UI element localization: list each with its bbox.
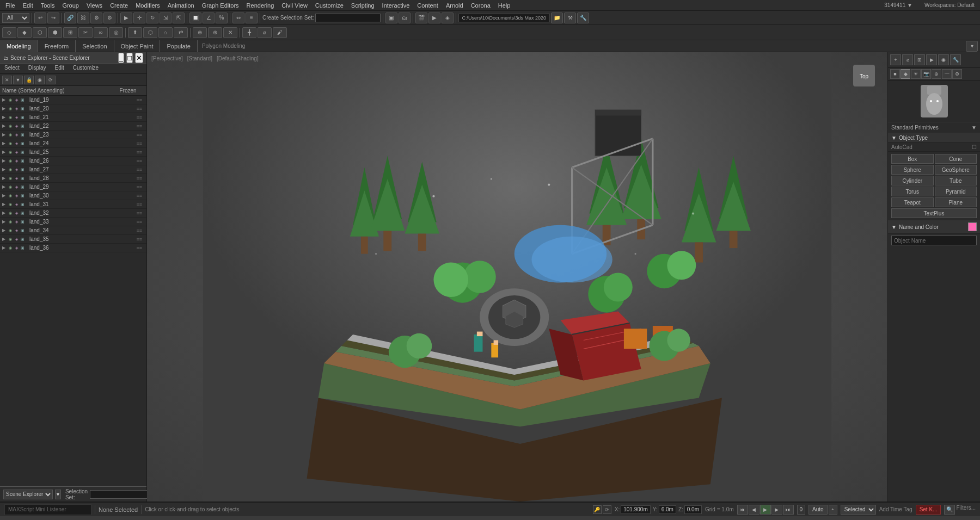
rp-display-icon[interactable]: ◉: [938, 54, 949, 65]
se-close-btn[interactable]: ✕: [135, 53, 143, 63]
snap-btn[interactable]: 🔲: [189, 13, 201, 23]
rp-tab-helpers[interactable]: ⊕: [932, 69, 941, 79]
rp-name-input[interactable]: [891, 236, 977, 245]
ot-tube-btn[interactable]: Tube: [935, 176, 977, 185]
extrude-btn[interactable]: ⬆: [128, 27, 142, 38]
rp-object-type-header[interactable]: ▼ Object Type: [888, 133, 980, 143]
weld-btn[interactable]: ⊕: [193, 27, 207, 38]
ot-box-btn[interactable]: Box: [891, 154, 934, 164]
rp-color-swatch[interactable]: [968, 222, 977, 231]
menu-corona[interactable]: Corona: [468, 2, 494, 9]
ring-btn[interactable]: ◎: [109, 27, 123, 38]
bind-btn[interactable]: ⚙: [90, 13, 102, 23]
se-close-icon[interactable]: ✕: [2, 76, 12, 84]
rotate-btn[interactable]: ↻: [146, 13, 158, 23]
connect-btn[interactable]: ╋: [242, 27, 256, 38]
menu-arnold[interactable]: Arnold: [443, 2, 467, 9]
polygon2-btn[interactable]: ◆: [17, 27, 32, 38]
se-row-land_34[interactable]: ▶ ◉ ◈ ▣ land_34 ≡≡: [0, 226, 146, 235]
menu-help[interactable]: Help: [495, 2, 514, 9]
layers-btn[interactable]: ▣: [385, 13, 397, 23]
search-icon-btn[interactable]: 🔍: [944, 505, 955, 515]
menu-create[interactable]: Create: [107, 2, 131, 9]
menu-file[interactable]: File: [2, 2, 19, 9]
redo-btn[interactable]: ↪: [47, 13, 59, 23]
tab-freeform[interactable]: Freeform: [38, 40, 76, 52]
render-btn[interactable]: ▶: [428, 13, 440, 23]
polygon4-btn[interactable]: ⬢: [48, 27, 62, 38]
bind2-btn[interactable]: ⚙: [103, 13, 115, 23]
se-local-icon[interactable]: ◉: [35, 76, 45, 84]
se-row-land_32[interactable]: ▶ ◉ ◈ ▣ land_32 ≡≡: [0, 209, 146, 218]
prev-frame-btn[interactable]: ◀: [749, 505, 759, 515]
se-row-land_26[interactable]: ▶ ◉ ◈ ▣ land_26 ≡≡: [0, 157, 146, 165]
remove-btn[interactable]: ✕: [223, 27, 237, 38]
goto-end-btn[interactable]: ⏭: [783, 505, 794, 515]
se-sync-icon[interactable]: ⟳: [46, 76, 56, 84]
se-menu-edit[interactable]: Edit: [51, 64, 69, 73]
ot-pyramid-btn[interactable]: Pyramid: [935, 187, 977, 196]
mirror-btn[interactable]: ⇔: [232, 13, 244, 23]
chamfer-btn[interactable]: ⌂: [158, 27, 173, 38]
se-row-land_33[interactable]: ▶ ◉ ◈ ▣ land_33 ≡≡: [0, 218, 146, 226]
z-value[interactable]: 0.0m: [684, 505, 702, 514]
ot-textplus-btn[interactable]: TextPlus: [891, 208, 977, 218]
viewport[interactable]: Top [Perspective] [Standard] [Default Sh…: [147, 52, 887, 502]
ot-geosphere-btn[interactable]: GeoSphere: [935, 165, 977, 175]
se-row-land_28[interactable]: ▶ ◉ ◈ ▣ land_28 ≡≡: [0, 174, 146, 183]
rp-autocad-check[interactable]: ☐: [972, 144, 977, 150]
move-btn[interactable]: ✛: [133, 13, 145, 23]
auto-key-btn[interactable]: Auto: [808, 505, 828, 515]
scene-3d-view[interactable]: Top [Perspective] [Standard] [Default Sh…: [147, 52, 887, 502]
scale-btn[interactable]: ⇲: [160, 13, 171, 23]
rp-name-color-header[interactable]: ▼ Name and Color: [888, 221, 980, 233]
next-frame-btn[interactable]: ▶: [771, 505, 782, 515]
unlink-btn[interactable]: ⛓: [77, 13, 89, 23]
frame-time-display[interactable]: 0: [797, 505, 806, 515]
menu-civil-view[interactable]: Civil View: [278, 2, 310, 9]
menu-modifiers[interactable]: Modifiers: [132, 2, 163, 9]
align-btn[interactable]: ≡: [246, 13, 258, 23]
add-time-tag-btn[interactable]: Add Time Tag: [879, 506, 912, 512]
maxscript-mini-listener[interactable]: MAXScript Mini Listener: [4, 504, 91, 515]
se-row-land_23[interactable]: ▶ ◉ ◈ ▣ land_23 ≡≡: [0, 131, 146, 139]
rp-tab-systems[interactable]: ⚙: [952, 69, 962, 79]
bevel-btn[interactable]: ⬡: [143, 27, 157, 38]
se-row-land_30[interactable]: ▶ ◉ ◈ ▣ land_30 ≡≡: [0, 191, 146, 200]
tab-selection[interactable]: Selection: [76, 40, 114, 52]
rp-utilities-icon[interactable]: 🔧: [950, 54, 961, 65]
se-row-land_27[interactable]: ▶ ◉ ◈ ▣ land_27 ≡≡: [0, 165, 146, 174]
menu-content[interactable]: Content: [414, 2, 442, 9]
select-btn[interactable]: ▶: [120, 13, 132, 23]
loop-btn[interactable]: ∞: [94, 27, 108, 38]
tools3-btn[interactable]: 🔧: [577, 13, 589, 23]
tab-modeling[interactable]: Modeling: [0, 40, 38, 52]
se-explorer-dropdown[interactable]: Scene Explorer: [3, 490, 53, 499]
ot-torus-btn[interactable]: Torus: [891, 187, 934, 196]
timeline[interactable]: [0, 516, 980, 520]
rp-create-icon[interactable]: +: [890, 54, 901, 65]
polygon-btn[interactable]: ◇: [2, 27, 16, 38]
goto-start-btn[interactable]: ⏮: [737, 505, 748, 515]
menu-graph-editors[interactable]: Graph Editors: [199, 2, 242, 9]
rp-tab-spacewarps[interactable]: 〰: [942, 69, 952, 79]
ot-teapot-btn[interactable]: Teapot: [891, 197, 934, 207]
set-key-btn[interactable]: +: [829, 505, 837, 515]
material-editor-btn[interactable]: ◈: [442, 13, 454, 23]
se-menu-display[interactable]: Display: [24, 64, 51, 73]
se-row-land_20[interactable]: ▶ ◉ ◈ ▣ land_20 ≡≡: [0, 104, 146, 113]
menu-group[interactable]: Group: [59, 2, 82, 9]
se-filter-icon[interactable]: ▼: [13, 76, 23, 84]
bridge-btn[interactable]: ⇄: [174, 27, 188, 38]
se-minimize-btn[interactable]: _: [118, 53, 124, 63]
ot-cone-btn[interactable]: Cone: [935, 154, 977, 164]
rp-hierarchy-icon[interactable]: ⊞: [914, 54, 925, 65]
create-selection-input[interactable]: [315, 14, 381, 22]
polygon5-btn[interactable]: ⊞: [63, 27, 77, 38]
scale2-btn[interactable]: ⇱: [173, 13, 185, 23]
set-keys-btn[interactable]: Set K...: [916, 505, 941, 515]
play-btn[interactable]: ▶: [760, 505, 771, 515]
se-menu-select[interactable]: Select: [0, 64, 24, 73]
menu-edit[interactable]: Edit: [20, 2, 36, 9]
rp-tab-cameras[interactable]: 📷: [921, 69, 931, 79]
